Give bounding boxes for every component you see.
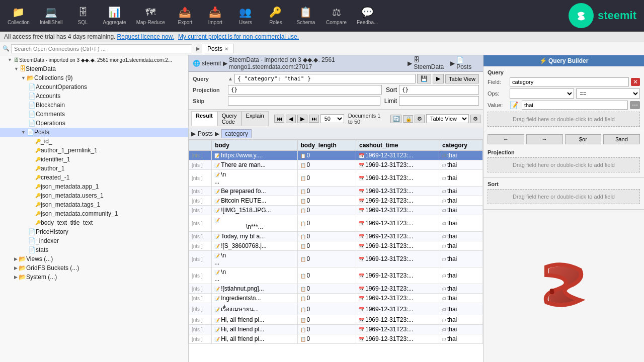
options-button[interactable]: ⚙ <box>415 115 425 123</box>
toolbar-item-intellishell[interactable]: 💻 IntelliShell <box>35 2 68 30</box>
posts-tab[interactable]: Posts ✕ <box>202 44 234 53</box>
qb-value-input[interactable] <box>522 101 628 110</box>
sidebar-index-body-text[interactable]: 🔑 body_text_title_text <box>0 218 188 227</box>
toolbar-item-sql[interactable]: 🗄 SQL <box>68 2 98 30</box>
nav-prev-button[interactable]: ◀ <box>286 115 296 123</box>
table-row[interactable]: [nts ]📝![S_38600768.j...📋0📅1969-12-31T23… <box>189 241 483 251</box>
query-builder-toggle[interactable]: Table View <box>445 74 479 83</box>
sidebar-index-author-permlink[interactable]: 🔑 author_1_permlink_1 <box>0 146 188 155</box>
query-save-button[interactable]: 💾 <box>417 74 431 83</box>
sidebar-item-posts[interactable]: ▼ 📄 Posts <box>0 128 188 137</box>
nav-play-button[interactable]: ▶ <box>297 115 307 123</box>
sidebar-index-json-users[interactable]: 🔑 json_metadata.users_1 <box>0 191 188 200</box>
sidebar-index-created[interactable]: 🔑 created_-1 <box>0 173 188 182</box>
request-licence-link[interactable]: Request licence now. <box>117 33 174 40</box>
table-row[interactable]: [nts ]📝![IMG_1518.JPG...📋0📅1969-12-31T23… <box>189 206 483 215</box>
qb-sort-drop-zone[interactable]: Drag field here or double-click to add f… <box>488 189 640 204</box>
table-row[interactable]: [nts ]📝Be prepared fo...📋0📅1969-12-31T23… <box>189 187 483 196</box>
nav-first-button[interactable]: ⏮ <box>274 115 284 123</box>
body-cell[interactable]: 📝\n... <box>212 170 297 187</box>
view-mode-select[interactable]: Table View Tree View JSON View <box>426 114 469 123</box>
tab-result[interactable]: Result <box>191 111 217 126</box>
body-cell[interactable]: 📝\n... <box>212 267 297 284</box>
sidebar-index-author[interactable]: 🔑 author_1 <box>0 164 188 173</box>
body-cell[interactable]: 📝Hi, all friend pl... <box>212 325 297 334</box>
sidebar-index-id[interactable]: 🔑 _id_ <box>0 137 188 146</box>
refresh-button[interactable]: 🔄 <box>390 115 401 123</box>
table-row[interactable]: [nts ]📝There are man...📋0📅1969-12-31T23:… <box>189 160 483 170</box>
toolbar-item-import[interactable]: 📥 Import <box>200 2 230 30</box>
table-row[interactable]: [nts ]📝\n...📋0📅1969-12-31T23:...🏷thai <box>189 267 483 284</box>
toolbar-item-collection[interactable]: 📁 Collection <box>3 2 35 30</box>
table-row[interactable]: [nts ]📝Bitcoin REUTE...📋0📅1969-12-31T23:… <box>189 196 483 206</box>
table-row[interactable]: [nts ]📝![stiahnut.png]...📋0📅1969-12-31T2… <box>189 284 483 294</box>
collections-folder[interactable]: ▼ 📂 Collections (9) <box>0 73 188 82</box>
body-cell[interactable]: 📝There are man... <box>212 160 297 170</box>
search-input[interactable] <box>11 44 192 53</box>
body-cell[interactable]: 📝![S_38600768.j... <box>212 241 297 251</box>
toolbar-item-export[interactable]: 📤 Export <box>170 2 200 30</box>
body-cell[interactable]: 📝\n***... <box>212 215 297 232</box>
qb-and-button[interactable]: $and <box>603 134 640 144</box>
table-row[interactable]: [nts ]📝\n...📋0📅1969-12-31T23:...🏷thai <box>189 170 483 187</box>
body-cell[interactable]: 📝Hi, all friend pl... <box>212 315 297 325</box>
sidebar-index-json-community[interactable]: 🔑 json_metadata.community_1 <box>0 209 188 218</box>
qb-query-drop-zone[interactable]: Drag field here or double-click to add f… <box>488 112 640 127</box>
body-cell[interactable]: 📝https://www.y.... <box>212 151 297 160</box>
body-cell[interactable]: 📝เรื่องเมษายน... <box>212 303 297 315</box>
body-cell[interactable]: 📝![stiahnut.png]... <box>212 284 297 294</box>
table-row[interactable]: [nts ]📝https://www.y....📋0📅1969-12-31T23… <box>189 151 483 160</box>
body-cell[interactable]: 📝Bitcoin REUTE... <box>212 196 297 206</box>
body-cell[interactable]: 📝Today, my bf a... <box>212 232 297 241</box>
limit-input[interactable] <box>399 96 479 106</box>
sidebar-item-operations[interactable]: 📄 Operations <box>0 119 188 128</box>
body-cell[interactable]: 📝Hi, all friend pl... <box>212 334 297 344</box>
toolbar-item-aggregate[interactable]: 📊 Aggregate <box>98 2 131 30</box>
sidebar-item-pricehistory[interactable]: 📄 PriceHistory <box>0 227 188 236</box>
table-row[interactable]: [nts ]📝Hi, all friend pl...📋0📅1969-12-31… <box>189 315 483 325</box>
sidebar-index-json-tags[interactable]: 🔑 json_metadata.tags_1 <box>0 200 188 209</box>
lock-button[interactable]: 🔒 <box>403 115 413 123</box>
query-input[interactable] <box>234 74 416 83</box>
body-cell[interactable]: 📝![IMG_1518.JPG... <box>212 206 297 215</box>
qb-clear-field-button[interactable]: ✕ <box>631 78 640 86</box>
qb-ops-value-select[interactable]: == != > < <box>576 88 640 99</box>
qb-projection-drop-zone[interactable]: Drag field here or double-click to add f… <box>488 157 640 172</box>
table-row[interactable]: [nts ]📝Hi, all friend pl...📋0📅1969-12-31… <box>189 325 483 334</box>
query-run-button[interactable]: ▶ <box>433 74 444 83</box>
table-row[interactable]: [nts ]📝Today, my bf a...📋0📅1969-12-31T23… <box>189 232 483 241</box>
col-header-body-length[interactable]: body_length <box>297 140 356 151</box>
col-header-body[interactable]: body <box>212 140 297 151</box>
toolbar-item-schema[interactable]: 📋 Schema <box>291 2 321 30</box>
col-header-category[interactable]: category <box>439 140 482 151</box>
sort-input[interactable] <box>399 85 479 95</box>
body-cell[interactable]: 📝Be prepared fo... <box>212 187 297 196</box>
sidebar-item-gridfsbuckets[interactable]: ▶ 📂 GridFS Buckets (...) <box>0 263 188 273</box>
qb-clear-value-button[interactable]: ⋯ <box>630 101 640 109</box>
qb-forward-button[interactable]: → <box>526 134 563 144</box>
tab-close-button[interactable]: ✕ <box>224 46 228 52</box>
sidebar-item-system[interactable]: ▶ 📂 System (...) <box>0 273 188 282</box>
tab-query-code[interactable]: Query Code <box>217 111 242 126</box>
qb-field-input[interactable] <box>510 77 629 86</box>
table-row[interactable]: [nts ]📝\n...📋0📅1969-12-31T23:...🏷thai <box>189 251 483 267</box>
sidebar-item-comments[interactable]: 📄 Comments <box>0 110 188 119</box>
body-cell[interactable]: 📝Ingredients\n... <box>212 294 297 303</box>
toolbar-item-users[interactable]: 👥 Users <box>230 2 261 30</box>
toolbar-item-feedback[interactable]: 💬 Feedba... <box>352 2 383 30</box>
sidebar-item-indexer[interactable]: 📄 _indexer <box>0 236 188 245</box>
sidebar-item-views[interactable]: ▶ 📂 Views (...) <box>0 254 188 263</box>
non-commercial-link[interactable]: My current project is for non-commercial… <box>178 33 299 40</box>
skip-input[interactable] <box>228 96 380 106</box>
table-row[interactable]: [nts ]📝Hi, all friend pl...📋0📅1969-12-31… <box>189 334 483 344</box>
table-row[interactable]: [nts ]📝เรื่องเมษายน...📋0📅1969-12-31T23:.… <box>189 303 483 315</box>
sidebar-item-blockchain[interactable]: 📄 Blockchain <box>0 101 188 110</box>
sidebar-index-json-app[interactable]: 🔑 json_metadata.app_1 <box>0 182 188 191</box>
toolbar-item-map-reduce[interactable]: 🗺 Map-Reduce <box>131 2 170 30</box>
qb-ops-type-select[interactable] <box>510 88 574 99</box>
tab-explain[interactable]: Explain <box>242 111 269 126</box>
table-row[interactable]: [nts ]📝Ingredients\n...📋0📅1969-12-31T23:… <box>189 294 483 303</box>
table-row[interactable]: [nts ]📝\n***...📋0📅1969-12-31T23:...🏷thai <box>189 215 483 232</box>
projection-input[interactable] <box>228 85 382 95</box>
nav-last-button[interactable]: ⏭ <box>309 115 319 123</box>
